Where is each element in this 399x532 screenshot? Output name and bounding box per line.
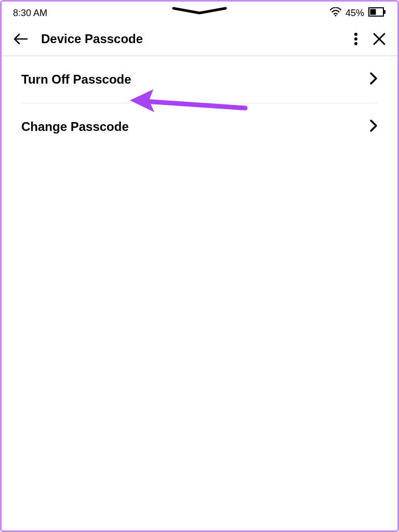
row-label: Turn Off Passcode bbox=[21, 72, 131, 87]
battery-percentage: 45% bbox=[345, 8, 364, 19]
settings-list: Turn Off Passcode Change Passcode bbox=[2, 56, 397, 150]
svg-point-0 bbox=[335, 15, 336, 16]
pull-down-handle-icon[interactable] bbox=[171, 7, 228, 18]
row-turn-off-passcode[interactable]: Turn Off Passcode bbox=[21, 56, 378, 103]
svg-point-6 bbox=[354, 42, 357, 45]
svg-point-5 bbox=[354, 37, 357, 41]
row-label: Change Passcode bbox=[21, 119, 129, 134]
svg-rect-3 bbox=[384, 10, 385, 14]
svg-rect-2 bbox=[370, 9, 376, 15]
wifi-icon bbox=[330, 7, 341, 19]
back-arrow-icon[interactable] bbox=[13, 33, 28, 45]
row-change-passcode[interactable]: Change Passcode bbox=[21, 103, 378, 150]
page-header: Device Passcode bbox=[2, 24, 397, 56]
battery-icon bbox=[368, 7, 386, 19]
more-options-icon[interactable] bbox=[354, 32, 358, 46]
chevron-right-icon bbox=[369, 119, 378, 135]
status-bar: 8:30 AM 45% bbox=[2, 2, 397, 24]
chevron-right-icon bbox=[369, 72, 378, 87]
close-icon[interactable] bbox=[373, 32, 386, 46]
svg-point-4 bbox=[354, 33, 357, 36]
status-time: 8:30 AM bbox=[13, 8, 47, 19]
page-title: Device Passcode bbox=[41, 32, 343, 46]
status-right: 45% bbox=[330, 7, 386, 19]
